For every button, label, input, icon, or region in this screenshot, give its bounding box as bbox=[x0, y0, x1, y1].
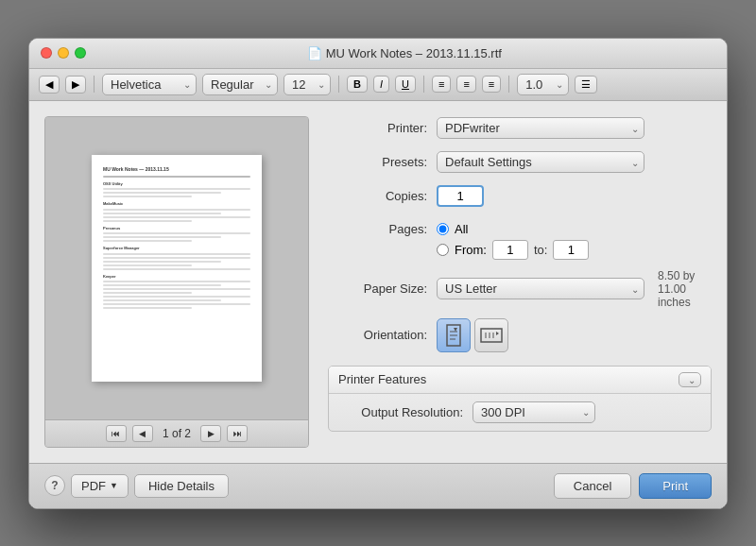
paper-size-select[interactable]: US Letter bbox=[437, 278, 644, 299]
nav-last-button[interactable]: ⏭ bbox=[227, 425, 248, 442]
svg-marker-9 bbox=[496, 332, 499, 335]
features-dropdown[interactable] bbox=[679, 372, 701, 387]
preview-line-3 bbox=[103, 192, 221, 194]
pdf-arrow-icon: ▼ bbox=[110, 481, 118, 490]
font-size-select[interactable]: 12 bbox=[284, 74, 331, 95]
paper-size-control: US Letter 8.50 by 11.00 inches bbox=[437, 269, 712, 309]
preview-line-7 bbox=[103, 216, 250, 218]
font-style-select[interactable]: Regular bbox=[202, 74, 278, 95]
printer-features-section: Printer Features Output Resolution: 300 … bbox=[328, 366, 712, 432]
pages-from-row: From: to: bbox=[437, 240, 589, 260]
traffic-lights bbox=[41, 47, 86, 59]
align-right-button[interactable]: ≡ bbox=[482, 76, 501, 93]
preview-section-2: MakeMusic bbox=[103, 201, 250, 207]
pages-to-input[interactable] bbox=[553, 240, 589, 260]
landscape-button[interactable] bbox=[474, 318, 508, 352]
line-spacing-select[interactable]: 1.0 bbox=[517, 74, 569, 95]
printer-control: PDFwriter bbox=[437, 117, 712, 139]
maximize-button[interactable] bbox=[75, 47, 86, 59]
presets-row: Presets: Default Settings bbox=[328, 150, 712, 175]
bottom-right: Cancel Print bbox=[554, 473, 712, 499]
pages-radio-group: All From: to: bbox=[437, 222, 589, 260]
print-button[interactable]: Print bbox=[639, 473, 712, 499]
toolbar-divider-3 bbox=[423, 76, 424, 93]
pages-from-radio[interactable] bbox=[437, 244, 449, 256]
toolbar-divider-4 bbox=[508, 76, 509, 93]
preview-line-10 bbox=[103, 236, 221, 238]
close-button[interactable] bbox=[41, 47, 52, 59]
help-button[interactable]: ? bbox=[44, 475, 65, 496]
nav-prev-button[interactable]: ◀ bbox=[132, 425, 153, 442]
cancel-button[interactable]: Cancel bbox=[554, 473, 631, 499]
pdf-button[interactable]: PDF ▼ bbox=[71, 474, 129, 498]
preview-line-9 bbox=[103, 232, 250, 234]
bold-button[interactable]: B bbox=[347, 76, 368, 93]
print-dialog: 📄 MU Work Notes – 2013.11.15.rtf ◀ ▶ Hel… bbox=[28, 38, 728, 509]
minimize-button[interactable] bbox=[58, 47, 69, 59]
bottom-left: ? PDF ▼ Hide Details bbox=[44, 474, 229, 498]
paper-size-info: 8.50 by 11.00 inches bbox=[658, 269, 712, 309]
font-family-wrapper[interactable]: Helvetica bbox=[102, 74, 197, 95]
preview-line-11 bbox=[103, 240, 192, 242]
preview-line-8 bbox=[103, 220, 192, 222]
italic-button[interactable]: I bbox=[373, 76, 389, 93]
toolbar-nav-back[interactable]: ◀ bbox=[39, 76, 60, 94]
hide-details-button[interactable]: Hide Details bbox=[134, 474, 229, 498]
toolbar-nav-forward[interactable]: ▶ bbox=[65, 76, 86, 94]
font-size-wrapper[interactable]: 12 bbox=[284, 74, 331, 95]
preview-section-4: Superforce Manager bbox=[103, 246, 250, 251]
window-title: 📄 MU Work Notes – 2013.11.15.rtf bbox=[94, 46, 715, 60]
nav-first-button[interactable]: ⏮ bbox=[106, 425, 127, 442]
preview-line-4 bbox=[103, 196, 192, 197]
line-spacing-wrapper[interactable]: 1.0 bbox=[517, 74, 569, 95]
pages-from-label: From: bbox=[455, 243, 487, 257]
orientation-label: Orientation: bbox=[328, 328, 437, 342]
presets-select[interactable]: Default Settings bbox=[437, 151, 644, 173]
pages-all-radio[interactable] bbox=[437, 223, 449, 235]
printer-select-wrapper[interactable]: PDFwriter bbox=[437, 117, 644, 139]
preview-page-area: MU Work Notes — 2013.11.15 OSX Utility M… bbox=[45, 117, 308, 419]
orientation-row: Orientation: bbox=[328, 318, 712, 352]
output-resolution-select[interactable]: 300 DPI bbox=[472, 401, 595, 423]
presets-label: Presets: bbox=[328, 155, 437, 169]
pages-row: Pages: All From: to: bbox=[328, 218, 712, 260]
orientation-buttons bbox=[437, 318, 508, 352]
paper-size-label: Paper Size: bbox=[328, 282, 437, 296]
align-left-button[interactable]: ≡ bbox=[432, 76, 451, 93]
pages-control: All From: to: bbox=[437, 222, 712, 260]
portrait-button[interactable] bbox=[437, 318, 471, 352]
bottom-bar: ? PDF ▼ Hide Details Cancel Print bbox=[29, 463, 727, 508]
printer-select[interactable]: PDFwriter bbox=[437, 117, 644, 139]
toolbar-divider-2 bbox=[338, 76, 339, 93]
preview-doc-title: MU Work Notes — 2013.11.15 bbox=[103, 166, 250, 173]
paper-size-select-wrapper[interactable]: US Letter bbox=[437, 278, 644, 299]
options-panel: Printer: PDFwriter Presets: Default Sett… bbox=[309, 116, 712, 448]
list-button[interactable]: ☰ bbox=[575, 76, 597, 94]
output-resolution-wrapper[interactable]: 300 DPI bbox=[472, 401, 595, 423]
font-style-wrapper[interactable]: Regular bbox=[202, 74, 278, 95]
nav-next-button[interactable]: ▶ bbox=[200, 425, 221, 442]
preview-line-15 bbox=[103, 264, 192, 266]
underline-button[interactable]: U bbox=[395, 76, 416, 93]
preview-line-16 bbox=[103, 268, 250, 270]
preview-line-13 bbox=[103, 257, 250, 259]
copies-input[interactable] bbox=[437, 185, 484, 207]
preview-nav: ⏮ ◀ 1 of 2 ▶ ⏭ bbox=[45, 419, 308, 447]
preview-line-12 bbox=[103, 253, 250, 255]
pages-from-input[interactable] bbox=[492, 240, 528, 260]
output-resolution-label: Output Resolution: bbox=[340, 405, 472, 419]
align-center-button[interactable]: ≡ bbox=[456, 76, 475, 93]
features-dropdown-wrapper[interactable] bbox=[679, 372, 701, 387]
presets-select-wrapper[interactable]: Default Settings bbox=[437, 151, 644, 173]
portrait-icon bbox=[445, 324, 462, 347]
preview-line-20 bbox=[103, 292, 192, 294]
pages-label: Pages: bbox=[328, 222, 437, 236]
copies-control bbox=[437, 185, 712, 207]
preview-line-14 bbox=[103, 261, 221, 263]
pages-to-label: to: bbox=[534, 243, 547, 257]
copies-label: Copies: bbox=[328, 189, 437, 203]
preview-line-19 bbox=[103, 288, 250, 290]
printer-row: Printer: PDFwriter bbox=[328, 116, 712, 141]
copies-row: Copies: bbox=[328, 184, 712, 209]
font-family-select[interactable]: Helvetica bbox=[102, 74, 197, 95]
